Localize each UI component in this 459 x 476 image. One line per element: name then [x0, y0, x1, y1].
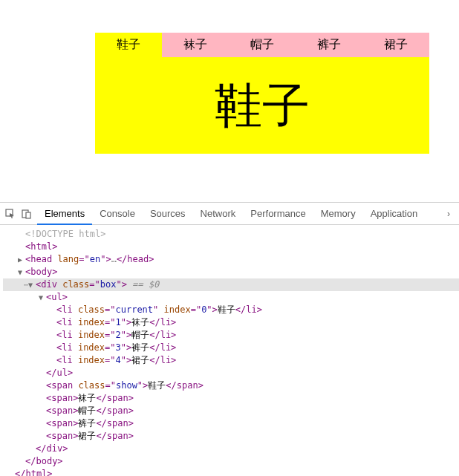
code-token: li — [160, 317, 171, 327]
code-token: li — [160, 355, 171, 365]
devtools-tab[interactable]: Memory — [313, 203, 363, 225]
code-token: index — [164, 304, 191, 315]
dom-node-line[interactable]: <li index="3">裤子</li> — [3, 342, 459, 354]
code-token: span — [51, 405, 73, 416]
tab-list: 鞋子袜子帽子裤子裙子 — [95, 33, 429, 57]
tab-item[interactable]: 帽子 — [229, 33, 296, 57]
toggle-device-icon[interactable] — [21, 208, 33, 220]
dom-node-line[interactable]: <span>裙子</span> — [3, 430, 459, 443]
code-token: > — [198, 380, 204, 391]
overflow-icon[interactable]: › — [443, 209, 455, 219]
devtools-panel: ElementsConsoleSourcesNetworkPerformance… — [0, 202, 459, 476]
code-token: span — [51, 380, 73, 391]
caret-down-icon[interactable] — [39, 291, 46, 304]
code-token: </ — [46, 368, 56, 378]
devtools-tab[interactable]: Network — [193, 203, 244, 225]
code-token: li — [62, 355, 72, 365]
code-token: <!DOCTYPE html> — [25, 229, 105, 239]
code-token: </ — [149, 342, 160, 353]
dom-node-line[interactable]: ⋯<div class="box"> == $0 — [3, 278, 459, 291]
caret-down-icon[interactable] — [18, 266, 25, 278]
dom-node-line[interactable]: <span>帽子</span> — [3, 405, 459, 417]
dom-node-line[interactable]: <body> — [3, 266, 459, 278]
dom-node-line[interactable]: <ul> — [3, 291, 459, 304]
dom-node-line[interactable]: </div> — [3, 443, 459, 455]
devtools-tab[interactable]: Elements — [37, 203, 92, 225]
code-token: " — [121, 342, 126, 353]
dom-node-line[interactable]: <span>袜子</span> — [3, 392, 459, 405]
devtools-tab[interactable]: Application — [363, 203, 426, 225]
code-token: 4 — [116, 355, 121, 365]
tab-item[interactable]: 袜子 — [162, 33, 229, 57]
code-token: </ — [96, 405, 106, 416]
code-token: </ — [149, 330, 160, 340]
code-token: class — [62, 279, 89, 290]
code-token: </ — [15, 469, 25, 476]
code-token: </ — [96, 431, 106, 441]
code-token — [73, 317, 78, 327]
code-token: body — [36, 456, 57, 466]
tab-item[interactable]: 鞋子 — [95, 33, 162, 57]
code-token: span — [177, 380, 198, 391]
dom-node-line[interactable]: <!DOCTYPE html> — [3, 228, 459, 241]
caret-down-icon[interactable] — [28, 278, 36, 291]
code-token: li — [160, 342, 171, 353]
code-token — [73, 342, 78, 353]
dom-node-line[interactable]: <span class="show">鞋子</span> — [3, 379, 459, 392]
dom-node-line[interactable]: </html> — [3, 468, 459, 476]
code-token: =" — [105, 355, 115, 365]
code-token: =" — [105, 342, 115, 353]
devtools-tab[interactable]: Sources — [143, 203, 193, 225]
inspect-element-icon[interactable] — [4, 208, 16, 220]
code-token: </ — [36, 443, 46, 454]
code-token: current — [116, 304, 154, 315]
dom-node-line[interactable]: <li index="1">袜子</li> — [3, 316, 459, 329]
dom-node-line[interactable]: </body> — [3, 455, 459, 468]
code-token: 袜子 — [78, 393, 96, 403]
tab-item[interactable]: 裙子 — [362, 33, 429, 57]
code-token: class — [78, 304, 105, 315]
code-token: 帽子 — [131, 330, 149, 340]
code-token: 裙子 — [78, 431, 96, 441]
code-token: " — [121, 330, 126, 340]
code-token: head — [127, 254, 149, 264]
code-token: span — [107, 431, 128, 441]
code-token: </ — [166, 380, 176, 391]
dom-node-line[interactable]: <li index="4">裙子</li> — [3, 354, 459, 367]
code-token: =" — [105, 304, 115, 315]
dom-node-line[interactable]: <li index="2">帽子</li> — [3, 329, 459, 342]
code-token: > — [171, 330, 176, 340]
dom-node-line[interactable]: <html> — [3, 241, 459, 253]
code-token: 1 — [116, 317, 121, 327]
code-token: … — [111, 254, 117, 264]
dom-node-line[interactable]: <head lang="en">…</head> — [3, 253, 459, 266]
devtools-tab[interactable]: Console — [92, 203, 143, 225]
tab-item[interactable]: 裤子 — [296, 33, 362, 57]
code-token: > — [212, 304, 218, 315]
code-token: show — [116, 380, 137, 391]
devtools-toolbar: ElementsConsoleSourcesNetworkPerformance… — [0, 203, 459, 225]
code-token: =" — [105, 317, 115, 327]
code-token: span — [51, 431, 73, 441]
code-token: index — [78, 342, 105, 353]
code-token: > — [57, 456, 62, 466]
code-token: lang — [57, 254, 79, 264]
code-token: index — [78, 330, 105, 340]
code-token: 裤子 — [131, 342, 149, 353]
devtools-tab[interactable]: Performance — [243, 203, 313, 225]
caret-right-icon[interactable] — [18, 253, 25, 266]
code-token: > — [257, 304, 262, 315]
dom-node-line[interactable]: <span>裤子</span> — [3, 417, 459, 430]
code-token: li — [246, 304, 256, 315]
dom-node-line[interactable]: </ul> — [3, 367, 459, 379]
code-token: == $0 — [127, 279, 159, 290]
dom-node-line[interactable]: <li class="current" index="0">鞋子</li> — [3, 304, 459, 316]
code-token: > — [128, 431, 134, 441]
code-token: > — [105, 254, 111, 264]
code-token: box — [100, 279, 117, 290]
dom-tree[interactable]: <!DOCTYPE html><html><head lang="en">…</… — [0, 225, 459, 476]
code-token: </ — [235, 304, 246, 315]
svg-rect-2 — [26, 212, 30, 218]
code-token — [73, 304, 78, 315]
tab-panel: 鞋子 — [95, 57, 429, 154]
